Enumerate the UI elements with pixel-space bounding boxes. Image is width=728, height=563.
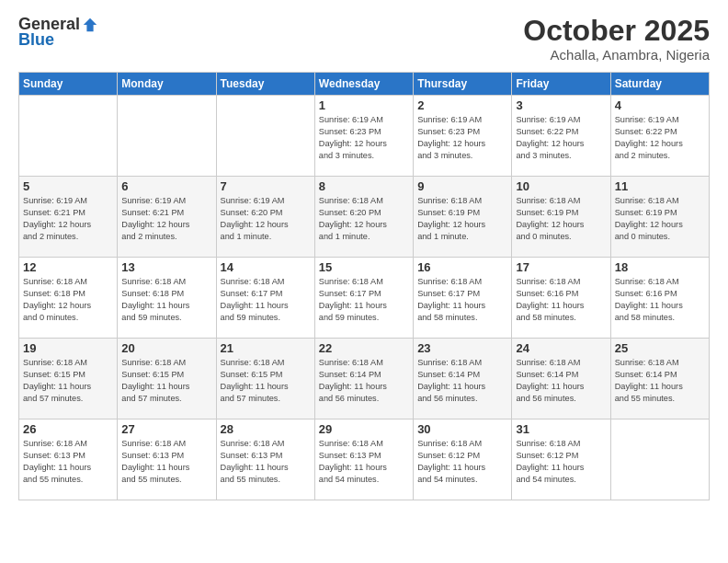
logo-icon	[82, 17, 98, 33]
cell-day-number: 10	[516, 179, 606, 193]
calendar-cell: 14Sunrise: 6:18 AM Sunset: 6:17 PM Dayli…	[216, 258, 314, 339]
cell-day-number: 8	[319, 179, 409, 193]
header-day-friday: Friday	[512, 73, 610, 96]
cell-info: Sunrise: 6:18 AM Sunset: 6:12 PM Dayligh…	[417, 438, 507, 486]
logo-blue: Blue	[18, 30, 54, 50]
header-day-sunday: Sunday	[19, 73, 118, 96]
calendar-cell: 31Sunrise: 6:18 AM Sunset: 6:12 PM Dayli…	[512, 419, 610, 500]
calendar-cell: 24Sunrise: 6:18 AM Sunset: 6:14 PM Dayli…	[512, 339, 610, 419]
cell-day-number: 30	[417, 422, 507, 436]
title-block: October 2025 Achalla, Anambra, Nigeria	[523, 15, 710, 63]
calendar-cell: 29Sunrise: 6:18 AM Sunset: 6:13 PM Dayli…	[314, 419, 413, 500]
calendar-cell: 20Sunrise: 6:18 AM Sunset: 6:15 PM Dayli…	[118, 339, 216, 419]
calendar-cell	[216, 96, 314, 177]
header-row: SundayMondayTuesdayWednesdayThursdayFrid…	[19, 73, 710, 96]
cell-info: Sunrise: 6:18 AM Sunset: 6:17 PM Dayligh…	[221, 276, 311, 324]
calendar-cell: 16Sunrise: 6:18 AM Sunset: 6:17 PM Dayli…	[414, 258, 512, 339]
cell-day-number: 18	[615, 260, 705, 274]
week-row-3: 19Sunrise: 6:18 AM Sunset: 6:15 PM Dayli…	[19, 339, 710, 419]
cell-day-number: 17	[516, 260, 606, 274]
cell-day-number: 22	[319, 341, 409, 355]
cell-day-number: 5	[23, 179, 113, 193]
cell-day-number: 11	[615, 179, 705, 193]
cell-info: Sunrise: 6:18 AM Sunset: 6:15 PM Dayligh…	[221, 357, 311, 405]
cell-info: Sunrise: 6:18 AM Sunset: 6:13 PM Dayligh…	[221, 438, 311, 486]
cell-info: Sunrise: 6:18 AM Sunset: 6:13 PM Dayligh…	[121, 438, 211, 486]
cell-info: Sunrise: 6:18 AM Sunset: 6:18 PM Dayligh…	[23, 276, 113, 324]
calendar-cell: 8Sunrise: 6:18 AM Sunset: 6:20 PM Daylig…	[314, 177, 413, 258]
cell-day-number: 21	[221, 341, 311, 355]
cell-info: Sunrise: 6:18 AM Sunset: 6:14 PM Dayligh…	[319, 357, 409, 405]
calendar-cell	[118, 96, 216, 177]
week-row-1: 5Sunrise: 6:19 AM Sunset: 6:21 PM Daylig…	[19, 177, 710, 258]
calendar-header: SundayMondayTuesdayWednesdayThursdayFrid…	[19, 73, 710, 96]
calendar-cell	[19, 96, 118, 177]
cell-info: Sunrise: 6:18 AM Sunset: 6:15 PM Dayligh…	[23, 357, 113, 405]
calendar-cell: 9Sunrise: 6:18 AM Sunset: 6:19 PM Daylig…	[414, 177, 512, 258]
cell-info: Sunrise: 6:18 AM Sunset: 6:18 PM Dayligh…	[121, 276, 211, 324]
calendar-cell: 19Sunrise: 6:18 AM Sunset: 6:15 PM Dayli…	[19, 339, 118, 419]
calendar-cell: 7Sunrise: 6:19 AM Sunset: 6:20 PM Daylig…	[216, 177, 314, 258]
calendar-cell: 18Sunrise: 6:18 AM Sunset: 6:16 PM Dayli…	[610, 258, 709, 339]
cell-info: Sunrise: 6:18 AM Sunset: 6:15 PM Dayligh…	[121, 357, 211, 405]
cell-info: Sunrise: 6:18 AM Sunset: 6:17 PM Dayligh…	[417, 276, 507, 324]
cell-day-number: 25	[615, 341, 705, 355]
calendar-cell: 1Sunrise: 6:19 AM Sunset: 6:23 PM Daylig…	[314, 96, 413, 177]
cell-day-number: 24	[516, 341, 606, 355]
calendar-cell	[610, 419, 709, 500]
calendar-cell: 21Sunrise: 6:18 AM Sunset: 6:15 PM Dayli…	[216, 339, 314, 419]
header-day-monday: Monday	[118, 73, 216, 96]
cell-day-number: 26	[23, 422, 113, 436]
cell-day-number: 3	[516, 98, 606, 112]
cell-info: Sunrise: 6:19 AM Sunset: 6:21 PM Dayligh…	[23, 195, 113, 243]
cell-info: Sunrise: 6:18 AM Sunset: 6:17 PM Dayligh…	[319, 276, 409, 324]
header: General Blue October 2025 Achalla, Anamb…	[18, 15, 710, 63]
cell-day-number: 20	[121, 341, 211, 355]
cell-info: Sunrise: 6:19 AM Sunset: 6:22 PM Dayligh…	[516, 114, 606, 162]
cell-info: Sunrise: 6:19 AM Sunset: 6:21 PM Dayligh…	[121, 195, 211, 243]
calendar-cell: 6Sunrise: 6:19 AM Sunset: 6:21 PM Daylig…	[118, 177, 216, 258]
calendar-subtitle: Achalla, Anambra, Nigeria	[523, 47, 710, 63]
page: General Blue October 2025 Achalla, Anamb…	[0, 0, 728, 563]
header-day-saturday: Saturday	[610, 73, 709, 96]
cell-info: Sunrise: 6:18 AM Sunset: 6:13 PM Dayligh…	[23, 438, 113, 486]
calendar-cell: 11Sunrise: 6:18 AM Sunset: 6:19 PM Dayli…	[610, 177, 709, 258]
cell-info: Sunrise: 6:19 AM Sunset: 6:22 PM Dayligh…	[615, 114, 705, 162]
cell-day-number: 7	[221, 179, 311, 193]
cell-day-number: 15	[319, 260, 409, 274]
cell-info: Sunrise: 6:18 AM Sunset: 6:12 PM Dayligh…	[516, 438, 606, 486]
cell-day-number: 29	[319, 422, 409, 436]
week-row-2: 12Sunrise: 6:18 AM Sunset: 6:18 PM Dayli…	[19, 258, 710, 339]
cell-info: Sunrise: 6:18 AM Sunset: 6:14 PM Dayligh…	[417, 357, 507, 405]
week-row-4: 26Sunrise: 6:18 AM Sunset: 6:13 PM Dayli…	[19, 419, 710, 500]
calendar-cell: 12Sunrise: 6:18 AM Sunset: 6:18 PM Dayli…	[19, 258, 118, 339]
svg-marker-0	[84, 17, 97, 30]
header-day-wednesday: Wednesday	[314, 73, 413, 96]
cell-info: Sunrise: 6:19 AM Sunset: 6:20 PM Dayligh…	[221, 195, 311, 243]
logo: General Blue	[18, 15, 98, 50]
calendar-cell: 4Sunrise: 6:19 AM Sunset: 6:22 PM Daylig…	[610, 96, 709, 177]
calendar-cell: 30Sunrise: 6:18 AM Sunset: 6:12 PM Dayli…	[414, 419, 512, 500]
cell-info: Sunrise: 6:18 AM Sunset: 6:19 PM Dayligh…	[615, 195, 705, 243]
cell-info: Sunrise: 6:18 AM Sunset: 6:20 PM Dayligh…	[319, 195, 409, 243]
calendar-cell: 15Sunrise: 6:18 AM Sunset: 6:17 PM Dayli…	[314, 258, 413, 339]
calendar-cell: 17Sunrise: 6:18 AM Sunset: 6:16 PM Dayli…	[512, 258, 610, 339]
cell-info: Sunrise: 6:18 AM Sunset: 6:16 PM Dayligh…	[615, 276, 705, 324]
calendar-cell: 23Sunrise: 6:18 AM Sunset: 6:14 PM Dayli…	[414, 339, 512, 419]
cell-day-number: 31	[516, 422, 606, 436]
calendar-table: SundayMondayTuesdayWednesdayThursdayFrid…	[18, 72, 710, 500]
header-day-thursday: Thursday	[414, 73, 512, 96]
cell-info: Sunrise: 6:19 AM Sunset: 6:23 PM Dayligh…	[417, 114, 507, 162]
calendar-title: October 2025	[523, 15, 710, 47]
calendar-cell: 28Sunrise: 6:18 AM Sunset: 6:13 PM Dayli…	[216, 419, 314, 500]
calendar-cell: 26Sunrise: 6:18 AM Sunset: 6:13 PM Dayli…	[19, 419, 118, 500]
calendar-cell: 22Sunrise: 6:18 AM Sunset: 6:14 PM Dayli…	[314, 339, 413, 419]
cell-info: Sunrise: 6:18 AM Sunset: 6:16 PM Dayligh…	[516, 276, 606, 324]
cell-info: Sunrise: 6:18 AM Sunset: 6:14 PM Dayligh…	[615, 357, 705, 405]
cell-day-number: 27	[121, 422, 211, 436]
cell-info: Sunrise: 6:18 AM Sunset: 6:19 PM Dayligh…	[516, 195, 606, 243]
cell-day-number: 6	[121, 179, 211, 193]
calendar-body: 1Sunrise: 6:19 AM Sunset: 6:23 PM Daylig…	[19, 96, 710, 500]
calendar-cell: 3Sunrise: 6:19 AM Sunset: 6:22 PM Daylig…	[512, 96, 610, 177]
calendar-cell: 13Sunrise: 6:18 AM Sunset: 6:18 PM Dayli…	[118, 258, 216, 339]
